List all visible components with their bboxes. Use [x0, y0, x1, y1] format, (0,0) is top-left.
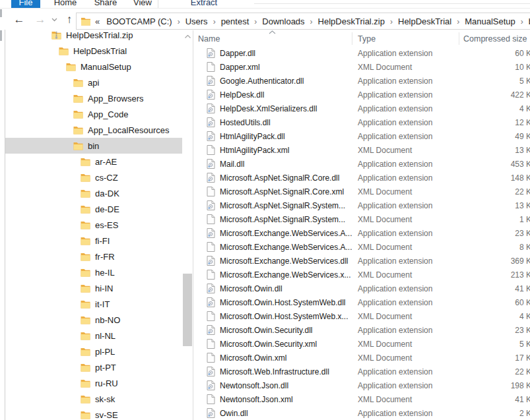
ribbon-tab-view[interactable]: View	[131, 0, 154, 8]
file-compressed-size: 1 KB	[459, 215, 530, 224]
tree-item[interactable]: he-IL	[5, 264, 182, 280]
tree-item-label: hi-IN	[95, 284, 113, 293]
column-divider[interactable]	[352, 32, 352, 45]
tree-item[interactable]: fr-FR	[5, 249, 182, 264]
file-row[interactable]: Microsoft.Exchange.WebServices.A... XML …	[193, 240, 530, 254]
file-name: Microsoft.AspNet.SignalR.Core.dll	[220, 173, 339, 183]
ribbon-tab-file[interactable]: File	[11, 0, 40, 8]
tree-item[interactable]: HelpDeskTrial.zip	[5, 27, 182, 43]
breadcrumb-item[interactable]: pentest	[216, 16, 254, 26]
tree-item-label: nl-NL	[95, 331, 116, 341]
breadcrumb-item[interactable]: ManualSetup	[460, 16, 520, 26]
tree-item[interactable]: App_Code	[5, 106, 182, 122]
file-type: Application extension	[352, 90, 459, 100]
column-header-type[interactable]: Type	[352, 34, 459, 44]
tree-item[interactable]: api	[5, 75, 182, 90]
file-name: HelpDesk.XmlSerializers.dll	[220, 104, 317, 113]
tree-item[interactable]: ar-AE	[5, 154, 182, 169]
file-row[interactable]: Microsoft.AspNet.SignalR.Core.xml XML Do…	[193, 185, 530, 198]
file-row[interactable]: Owin.dll Application extension 2 KB	[193, 406, 530, 420]
breadcrumb-item[interactable]: bin	[524, 16, 530, 26]
file-row[interactable]: Microsoft.Exchange.WebServices.A... Appl…	[193, 226, 530, 240]
tree-scrollbar[interactable]	[182, 30, 193, 420]
file-row[interactable]: Newtonsoft.Json.dll Application extensio…	[193, 378, 530, 392]
tree-item[interactable]: nb-NO	[5, 312, 182, 328]
file-compressed-size: 60 KB	[459, 298, 530, 307]
dll-icon	[207, 284, 215, 293]
tree-item-label: cs-CZ	[95, 173, 118, 183]
tree-item[interactable]: pl-PL	[5, 344, 182, 359]
file-row[interactable]: Microsoft.Owin.Security.dll Application …	[193, 323, 530, 337]
tree-item[interactable]: bin	[5, 138, 182, 154]
tree-item[interactable]: nl-NL	[5, 328, 182, 344]
breadcrumb-item[interactable]: HelpDeskTrial.zip	[314, 16, 389, 26]
file-row[interactable]: Microsoft.Web.Infrastructure.dll Applica…	[193, 365, 530, 378]
tree-item[interactable]: cs-CZ	[5, 169, 182, 185]
file-name: Microsoft.Owin.xml	[220, 353, 286, 363]
tree-item-label: ru-RU	[95, 378, 118, 388]
file-compressed-size: 13 KB	[459, 146, 530, 155]
file-row[interactable]: HtmlAgilityPack.xml XML Document 13 KB	[193, 143, 530, 157]
tree-item[interactable]: ru-RU	[5, 375, 182, 391]
column-header-compressed-size[interactable]: Compressed size	[459, 34, 530, 44]
file-compressed-size: 49 KB	[459, 132, 530, 141]
ribbon-tab-home[interactable]: Home	[50, 0, 81, 8]
tree-item[interactable]: App_LocalResources	[5, 122, 182, 138]
file-name: Microsoft.Exchange.WebServices.A...	[220, 229, 352, 238]
tree-item[interactable]: App_Browsers	[5, 90, 182, 106]
tree-item[interactable]: ManualSetup	[5, 59, 182, 75]
breadcrumb-item[interactable]: HelpDeskTrial	[393, 16, 456, 26]
tree-item[interactable]: hi-IN	[5, 280, 182, 296]
file-name: Microsoft.AspNet.SignalR.System...	[220, 215, 345, 224]
file-row[interactable]: Microsoft.Owin.Security.xml XML Document…	[193, 337, 530, 351]
file-row[interactable]: Mail.dll Application extension 453 KB	[193, 157, 530, 171]
breadcrumb-item[interactable]: Users	[181, 16, 213, 26]
tree-item-label: da-DK	[95, 189, 119, 198]
breadcrumb-item[interactable]: BOOTCAMP (C:)	[102, 16, 176, 26]
file-row[interactable]: Microsoft.AspNet.SignalR.Core.dll Applic…	[193, 171, 530, 185]
tree-item-label: App_LocalResources	[88, 125, 170, 135]
file-row[interactable]: Microsoft.AspNet.SignalR.System... Appli…	[193, 198, 530, 212]
breadcrumb-overflow-indicator[interactable]: «	[95, 16, 100, 26]
file-compressed-size: 12 KB	[459, 118, 530, 127]
file-row[interactable]: Microsoft.Owin.xml XML Document 17 KB	[193, 351, 530, 365]
dll-icon	[207, 173, 215, 183]
file-row[interactable]: HelpDesk.XmlSerializers.dll Application …	[193, 102, 530, 115]
file-row[interactable]: Microsoft.Owin.Host.SystemWeb.dll Applic…	[193, 295, 530, 309]
ribbon-tab-share[interactable]: Share	[90, 0, 121, 8]
breadcrumb-item[interactable]: Downloads	[257, 16, 309, 26]
file-row[interactable]: Microsoft.Owin.Host.SystemWeb.x... XML D…	[193, 309, 530, 323]
tree-item[interactable]: HelpDeskTrial	[5, 43, 182, 59]
column-header-name[interactable]: Name	[193, 34, 352, 44]
scrollbar-thumb[interactable]	[183, 274, 192, 346]
file-row[interactable]: Dapper.xml XML Document 10 KB	[193, 60, 530, 74]
file-row[interactable]: Newtonsoft.Json.xml XML Document 41 KB	[193, 392, 530, 406]
column-divider[interactable]	[459, 32, 459, 45]
tree-item[interactable]: de-DE	[5, 201, 182, 217]
xml-document-icon	[207, 214, 215, 224]
file-row[interactable]: Microsoft.Exchange.WebServices.x... XML …	[193, 268, 530, 282]
file-compressed-size: 198 KB	[459, 381, 530, 390]
ribbon-tab-extract[interactable]: Extract	[189, 0, 219, 8]
file-row[interactable]: Microsoft.Exchange.WebServices.dll Appli…	[193, 254, 530, 268]
scrollbar-up-icon[interactable]	[185, 35, 191, 38]
tree-item[interactable]: da-DK	[5, 185, 182, 201]
tree-item[interactable]: pt-PT	[5, 359, 182, 375]
file-row[interactable]: Google.Authenticator.dll Application ext…	[193, 74, 530, 88]
file-row[interactable]: HtmlAgilityPack.dll Application extensio…	[193, 129, 530, 143]
file-type: Application extension	[352, 49, 459, 58]
tree-item[interactable]: it-IT	[5, 296, 182, 312]
file-row[interactable]: HostedUtils.dll Application extension 12…	[193, 115, 530, 129]
file-row[interactable]: Microsoft.Owin.dll Application extension…	[193, 282, 530, 295]
tree-item[interactable]: es-ES	[5, 217, 182, 233]
tree-item[interactable]: sv-SE	[5, 407, 182, 420]
file-compressed-size: 213 KB	[459, 270, 530, 280]
tree-item[interactable]: sk-sk	[5, 391, 182, 407]
file-row[interactable]: HelpDesk.dll Application extension 422 K…	[193, 88, 530, 102]
file-row[interactable]: Microsoft.AspNet.SignalR.System... XML D…	[193, 212, 530, 226]
tree-item[interactable]: fi-FI	[5, 233, 182, 249]
file-row[interactable]: Dapper.dll Application extension 60 KB	[193, 46, 530, 60]
file-type: XML Document	[352, 395, 459, 404]
file-type: Application extension	[352, 160, 459, 169]
file-type: Application extension	[352, 201, 459, 210]
